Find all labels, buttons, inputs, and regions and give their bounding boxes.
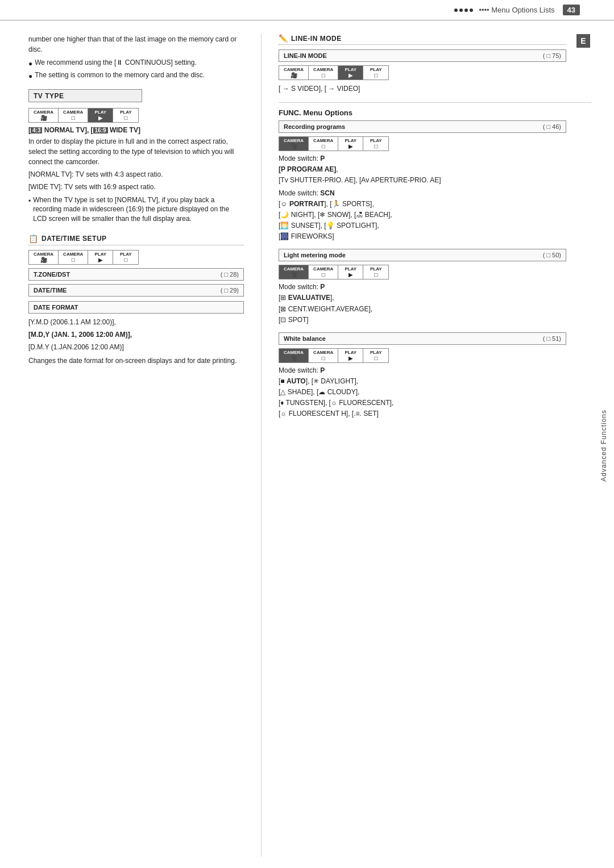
datetime-box: DATE/TIME ( □ 29) bbox=[28, 284, 244, 297]
lm-btn-camera-rec: CAMERA 🎥 bbox=[279, 265, 309, 279]
line-in-section: ✏️ LINE-IN MODE LINE-IN MODE ( □ 75) CAM… bbox=[279, 34, 591, 94]
rp-button-row: CAMERA 🎥 CAMERA □ PLAY ▶ bbox=[279, 136, 566, 151]
rp-mode-switch-p: Mode switch: P bbox=[279, 155, 566, 162]
tv-type-btn-group: CAMERA 🎥 CAMERA □ PLAY ▶ PLAY bbox=[28, 108, 139, 123]
line-in-heading: LINE-IN MODE bbox=[291, 35, 342, 43]
lm-btn-camera-still: CAMERA □ bbox=[309, 265, 338, 279]
wb-mode-p: P bbox=[320, 366, 325, 374]
wb-btn-camera-still: CAMERA □ bbox=[309, 349, 338, 362]
tzone-label: T.ZONE/DST bbox=[34, 271, 70, 278]
dateformat-options: [Y.M.D (2006.1.1 AM 12:00)], [M.D,Y (JAN… bbox=[28, 317, 244, 352]
datetime-button-row: CAMERA 🎥 CAMERA □ PLAY ▶ PLAY bbox=[28, 250, 244, 265]
bullet-text-1: We recommend using the [⏸ CONTINUOUS] se… bbox=[35, 58, 197, 69]
func-separator bbox=[279, 102, 591, 103]
wb-btn-camera-rec: CAMERA 🎥 bbox=[279, 349, 309, 362]
tzone-box: T.ZONE/DST ( □ 28) bbox=[28, 268, 244, 281]
tv-desc-3: [WIDE TV]: TV sets with 16:9 aspect rati… bbox=[28, 182, 244, 192]
wb-btn-play-rec: PLAY ▶ bbox=[338, 349, 363, 362]
dt-btn-camera-still: CAMERA □ bbox=[59, 251, 88, 264]
recording-programs-label: Recording programs bbox=[284, 123, 345, 130]
btn-play-rec: PLAY ▶ bbox=[88, 108, 113, 122]
li-btn-play-still: PLAY □ bbox=[363, 66, 388, 80]
wb-options: [■ AUTO], [✳ DAYLIGHT], [△ SHADE], [☁ CL… bbox=[279, 376, 566, 420]
rp-btn-play-rec: PLAY ▶ bbox=[338, 137, 363, 151]
datetime-icon: 📋 bbox=[28, 234, 38, 243]
portrait-bold: PORTRAIT bbox=[289, 200, 324, 208]
evaluative-bold: EVALUATIVE bbox=[288, 294, 330, 302]
line-in-dotted bbox=[279, 44, 566, 45]
light-metering-ref: ( □ 50) bbox=[543, 252, 561, 258]
tv-169-icon: 16:9 bbox=[93, 127, 108, 133]
line-in-ref: ( □ 75) bbox=[543, 52, 561, 59]
tv-43-icon: 4:3 bbox=[31, 127, 42, 133]
li-btn-camera-rec: CAMERA 🎥 bbox=[279, 66, 309, 80]
dot-3 bbox=[464, 9, 468, 12]
datetime-btn-group: CAMERA 🎥 CAMERA □ PLAY ▶ PLAY bbox=[28, 250, 139, 265]
page-number: 43 bbox=[563, 5, 580, 15]
li-btn-camera-still: CAMERA □ bbox=[309, 66, 338, 80]
lm-mode-p: P bbox=[320, 283, 325, 291]
line-in-button-row: CAMERA 🎥 CAMERA □ PLAY ▶ PLAY bbox=[279, 65, 566, 80]
white-balance-box: White balance ( □ 51) bbox=[279, 332, 566, 345]
datetime-ref: ( □ 29) bbox=[221, 287, 239, 294]
program-ae-sub: [Tv SHUTTER-PRIO. AE], [Av APERTURE-PRIO… bbox=[279, 176, 441, 184]
tzone-ref: ( □ 28) bbox=[221, 271, 239, 278]
white-balance-ref: ( □ 51) bbox=[543, 335, 561, 342]
intro-text: number one higher than that of the last … bbox=[28, 34, 244, 55]
bullet-dot-1: ● bbox=[28, 59, 32, 69]
wb-btn-play-still: PLAY □ bbox=[363, 349, 388, 362]
dateformat-label: DATE FORMAT bbox=[34, 304, 78, 311]
white-balance-block: White balance ( □ 51) CAMERA 🎥 CAMERA bbox=[279, 332, 566, 420]
tv-type-box: TV TYPE bbox=[28, 89, 142, 102]
btn-play-still: PLAY □ bbox=[113, 108, 138, 122]
page-container: •••• Menu Options Lists 43 number one hi… bbox=[0, 0, 614, 868]
wb-button-row: CAMERA 🎥 CAMERA □ PLAY ▶ bbox=[279, 348, 566, 363]
intro-paragraph: number one higher than that of the last … bbox=[28, 34, 244, 55]
rp-btn-play-still: PLAY □ bbox=[363, 137, 388, 151]
light-metering-block: Light metering mode ( □ 50) CAMERA 🎥 CAM… bbox=[279, 249, 566, 326]
lm-options: [⊞ EVALUATIVE], [⊠ CENT.WEIGHT.AVERAGE],… bbox=[279, 293, 566, 326]
btn-camera-rec: CAMERA 🎥 bbox=[29, 108, 59, 122]
tv-type-desc: In order to display the picture in full … bbox=[28, 136, 244, 192]
lm-btn-group: CAMERA 🎥 CAMERA □ PLAY ▶ bbox=[279, 265, 389, 279]
df-opt-1: [Y.M.D (2006.1.1 AM 12:00)], bbox=[28, 317, 244, 327]
rp-program-ae: [P PROGRAM AE], [Tv SHUTTER-PRIO. AE], [… bbox=[279, 164, 566, 186]
datetime-label: DATE/TIME bbox=[34, 287, 67, 294]
datetime-section: 📋 DATE/TIME SETUP CAMERA 🎥 CAMERA □ bbox=[28, 234, 244, 366]
dateformat-desc: Changes the date format for on-screen di… bbox=[28, 356, 244, 366]
advanced-functions-label: Advanced Functions bbox=[600, 410, 608, 482]
line-in-box-label: LINE-IN MODE bbox=[284, 52, 327, 59]
dot-1 bbox=[454, 9, 458, 12]
tv-type-note: • When the TV type is set to [NORMAL TV]… bbox=[28, 195, 244, 224]
bullet-1: ● We recommend using the [⏸ CONTINUOUS] … bbox=[28, 58, 244, 69]
tv-desc-1: In order to display the picture in full … bbox=[28, 136, 244, 167]
vertical-sidebar-label: Advanced Functions bbox=[594, 34, 614, 857]
line-in-options: [ → S VIDEO], [ → VIDEO] bbox=[279, 84, 566, 94]
dot-2 bbox=[459, 9, 463, 12]
recording-programs-ref: ( □ 46) bbox=[543, 123, 561, 130]
bullet-dot-2: ● bbox=[28, 72, 32, 81]
dt-btn-play-still: PLAY □ bbox=[113, 251, 138, 264]
dot-4 bbox=[470, 9, 473, 12]
light-metering-box: Light metering mode ( □ 50) bbox=[279, 249, 566, 261]
df-opt-3: [D.M.Y (1.JAN.2006 12:00 AM)] bbox=[28, 342, 244, 352]
wb-mode-switch: Mode switch: P bbox=[279, 366, 566, 374]
tv-type-button-row: CAMERA 🎥 CAMERA □ PLAY ▶ PLAY bbox=[28, 108, 244, 123]
rp-scn-options: [☺ PORTRAIT], [🏃 SPORTS], [🌙 NIGHT], [❄ … bbox=[279, 199, 566, 243]
tv-desc-2: [NORMAL TV]: TV sets with 4:3 aspect rat… bbox=[28, 169, 244, 180]
recording-programs-box: Recording programs ( □ 46) bbox=[279, 120, 566, 133]
tv-note-text: When the TV type is set to [NORMAL TV], … bbox=[33, 195, 244, 224]
bullet-text-2: The setting is common to the memory card… bbox=[35, 70, 205, 81]
line-in-icon: ✏️ bbox=[279, 34, 288, 43]
datetime-dotted-line bbox=[28, 245, 244, 245]
tv-type-section: TV TYPE CAMERA 🎥 CAMERA □ bbox=[28, 89, 244, 224]
e-badge: E bbox=[576, 34, 590, 48]
mode-scn: SCN bbox=[320, 189, 334, 197]
dt-btn-play-rec: PLAY ▶ bbox=[88, 251, 113, 264]
line-in-box: LINE-IN MODE ( □ 75) bbox=[279, 49, 566, 62]
lm-btn-play-rec: PLAY ▶ bbox=[338, 265, 363, 279]
btn-camera-still: CAMERA □ bbox=[59, 108, 88, 122]
dt-btn-camera-rec: CAMERA 🎥 bbox=[29, 251, 59, 264]
white-balance-label: White balance bbox=[284, 335, 326, 342]
lm-mode-switch: Mode switch: P bbox=[279, 283, 566, 291]
